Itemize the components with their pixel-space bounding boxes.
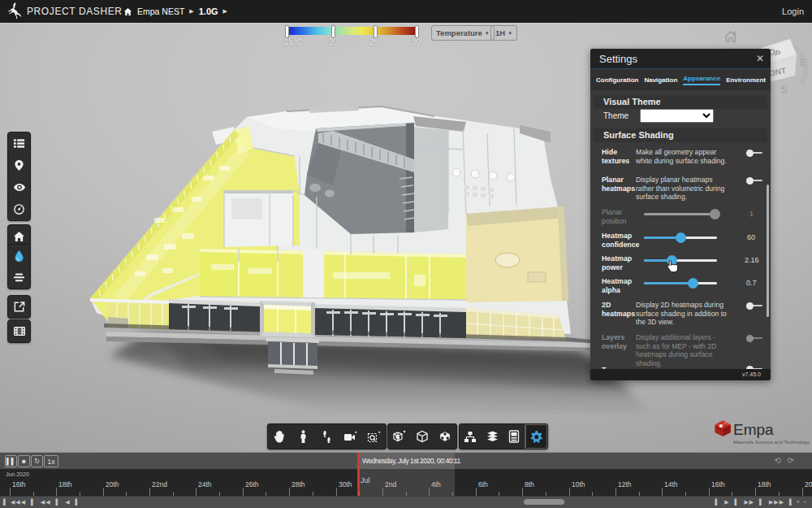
svg-text:E: E [800, 57, 806, 68]
svg-text:S: S [780, 83, 788, 96]
svg-text:Materials Science and Technolo: Materials Science and Technology [733, 439, 810, 445]
svg-text:Empa: Empa [733, 421, 774, 438]
